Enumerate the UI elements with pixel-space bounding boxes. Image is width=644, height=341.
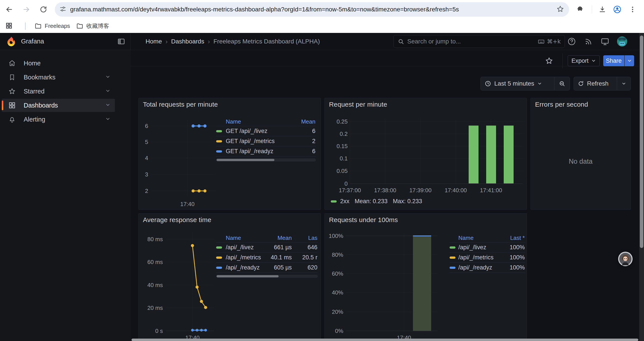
legend-col-mean[interactable]: Mean	[278, 235, 292, 241]
home-icon	[8, 60, 16, 67]
legend-mean: Mean: 0.233	[355, 198, 388, 205]
panel-requests-under-100ms[interactable]: Requests under 100ms 100% 80% 60% 40% 20…	[324, 213, 527, 341]
grafana-logo[interactable]	[6, 36, 17, 48]
sidebar: Home Bookmarks Starred Dashboards Alerti…	[0, 50, 131, 341]
sidebar-item-label: Home	[24, 60, 115, 67]
forward-icon[interactable]	[21, 4, 32, 15]
bell-icon	[8, 116, 16, 123]
url-text[interactable]: grafana.mathmast.com/d/deytv4rwavabkb/fr…	[70, 6, 556, 13]
sidebar-toggle-icon[interactable]	[117, 37, 126, 47]
legend-row[interactable]: GET /api/_/metrics 2	[216, 136, 316, 146]
chevron-down-icon	[627, 58, 632, 63]
star-icon	[8, 88, 16, 95]
no-data-message: No data	[531, 158, 631, 165]
site-settings-icon[interactable]	[60, 6, 66, 13]
panel-avg-response-time[interactable]: Average response time 80 ms 60 ms 40 ms …	[138, 213, 321, 341]
legend-row[interactable]: /api/_/metrics 40.1 ms 20.5 r	[216, 253, 318, 263]
legend-col-last[interactable]: Las	[308, 235, 318, 241]
legend-col-mean[interactable]: Mean	[301, 118, 316, 125]
sidebar-item-alerting[interactable]: Alerting	[2, 113, 115, 126]
chevron-down-icon	[537, 81, 542, 86]
legend-col-name[interactable]: Name	[226, 118, 241, 125]
x-tick: 17:39:00	[403, 187, 438, 194]
chart-requests-under-100ms	[325, 213, 527, 341]
brand-name[interactable]: Grafana	[21, 38, 44, 45]
zoom-out-button[interactable]	[554, 77, 570, 90]
panel-errors-per-second[interactable]: Errors per second No data	[530, 98, 631, 210]
monitor-icon[interactable]	[600, 36, 610, 47]
chevron-down-icon[interactable]	[105, 74, 110, 80]
bookmark-folder-freeleaps[interactable]: Freeleaps	[31, 21, 74, 31]
export-button[interactable]: Export	[568, 55, 600, 66]
user-avatar[interactable]	[616, 36, 628, 47]
chevron-down-icon[interactable]	[105, 88, 110, 94]
url-bar[interactable]: grafana.mathmast.com/d/deytv4rwavabkb/fr…	[55, 2, 569, 17]
time-range-label: Last 5 minutes	[494, 80, 534, 87]
legend-scrollbar[interactable]	[216, 158, 316, 162]
toolbar-divider	[592, 6, 592, 14]
legend-row[interactable]: /api/_/livez 661 µs 646	[216, 242, 318, 253]
horizontal-scrollbar-thumb[interactable]	[132, 338, 638, 341]
breadcrumb-separator: ›	[162, 38, 171, 45]
reload-icon[interactable]	[38, 4, 49, 15]
series-color-pill	[216, 267, 222, 269]
refresh-controls: Refresh	[574, 77, 631, 90]
legend-row[interactable]: GET /api/_/livez 6	[216, 126, 316, 136]
breadcrumb-home[interactable]: Home	[146, 38, 162, 45]
assistant-avatar[interactable]	[618, 252, 632, 266]
search-placeholder: Search or jump to...	[407, 38, 538, 45]
legend-col-name[interactable]: Name	[458, 235, 474, 241]
apps-grid-icon[interactable]	[5, 22, 13, 30]
bookmark-folder-blogs[interactable]: 收藏博客	[73, 21, 113, 31]
panel-request-per-minute[interactable]: Request per minute 0.25 0.2 0.15 0.1 0.0…	[324, 98, 527, 210]
legend-row[interactable]: /api/_/readyz 100%	[450, 263, 525, 273]
downloads-icon[interactable]	[597, 4, 608, 15]
breadcrumb-current: Freeleaps Metrics Dashboard (ALPHA)	[214, 38, 320, 45]
legend-col-name[interactable]: Name	[226, 235, 241, 241]
news-rss-icon[interactable]	[583, 36, 594, 47]
breadcrumb-separator: ›	[204, 38, 214, 45]
bookmark-star-icon[interactable]	[556, 5, 564, 14]
chevron-down-icon[interactable]	[105, 116, 110, 122]
legend-row[interactable]: /api/_/livez 100%	[450, 242, 525, 253]
chevron-down-icon[interactable]	[105, 102, 110, 108]
clock-icon	[485, 80, 491, 87]
refresh-interval-dropdown[interactable]	[617, 77, 631, 90]
zoom-out-icon	[559, 80, 565, 87]
legend-row[interactable]: /api/_/readyz 605 µs 620	[216, 263, 318, 273]
refresh-button[interactable]: Refresh	[574, 77, 617, 90]
bookmarks-divider	[25, 22, 26, 30]
bookmark-folder-label: Freeleaps	[45, 23, 70, 30]
bookmark-icon	[8, 74, 16, 81]
panel-total-requests[interactable]: Total requests per minute 6 5 4 3 2 17:4…	[138, 98, 321, 210]
legend-inline[interactable]: 2xx Mean: 0.233 Max: 0.233	[331, 198, 422, 205]
share-button[interactable]: Share	[603, 55, 624, 66]
favorite-star-icon[interactable]	[545, 57, 553, 66]
vertical-scrollbar-thumb[interactable]	[640, 36, 643, 248]
sidebar-item-home[interactable]: Home	[2, 57, 115, 70]
series-color-pill	[216, 256, 222, 259]
dashboards-grid-icon	[8, 102, 16, 109]
series-color-pill	[216, 246, 222, 249]
sidebar-item-bookmarks[interactable]: Bookmarks	[2, 71, 115, 84]
sidebar-item-starred[interactable]: Starred	[2, 85, 115, 98]
search-input[interactable]: Search or jump to... ⌘+k	[394, 35, 565, 48]
screen: grafana.mathmast.com/d/deytv4rwavabkb/fr…	[0, 0, 644, 341]
share-dropdown-button[interactable]	[624, 55, 634, 66]
breadcrumb-dashboards[interactable]: Dashboards	[171, 38, 204, 45]
legend-scrollbar[interactable]	[216, 275, 318, 278]
legend-col-last[interactable]: Last *	[510, 235, 525, 241]
profile-icon[interactable]	[612, 4, 622, 15]
extensions-icon[interactable]	[575, 4, 585, 15]
legend-row[interactable]: GET /api/_/readyz 6	[216, 146, 316, 156]
sidebar-item-label: Alerting	[24, 116, 105, 123]
time-range-picker[interactable]: Last 5 minutes	[481, 77, 554, 90]
sidebar-item-label: Starred	[24, 88, 105, 95]
panel-title[interactable]: Errors per second	[535, 101, 588, 108]
sidebar-item-dashboards[interactable]: Dashboards	[2, 99, 115, 112]
legend-row[interactable]: /api/_/metrics 100%	[450, 253, 525, 263]
kebab-menu-icon[interactable]	[627, 4, 638, 15]
help-icon[interactable]	[566, 36, 577, 47]
sidebar-item-label: Dashboards	[24, 102, 105, 109]
x-tick: 17:40:00	[438, 187, 473, 194]
